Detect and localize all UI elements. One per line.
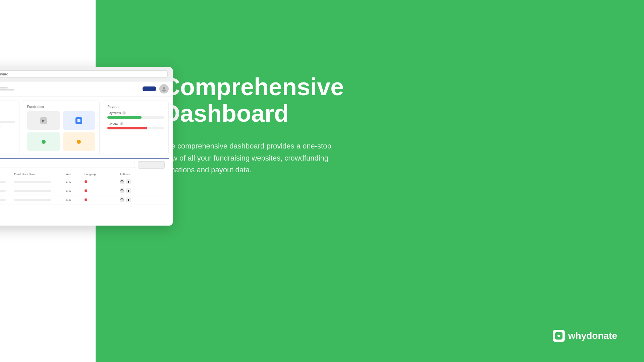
language-cell bbox=[85, 180, 118, 183]
flag-icon bbox=[85, 189, 87, 192]
amount-cell: $ 40 bbox=[66, 189, 83, 192]
balance-card: Balance $1500.00 bbox=[0, 101, 19, 155]
payouts-progress-bar bbox=[107, 127, 147, 129]
amount-cell: $ 40 bbox=[66, 198, 83, 201]
fundraiser-item-green bbox=[27, 132, 60, 151]
message-icon[interactable]: 💬 bbox=[120, 197, 124, 202]
col-fundraiser: Fundraiser Name bbox=[14, 173, 64, 176]
donor-cell bbox=[0, 199, 6, 201]
avatar-svg bbox=[161, 86, 167, 92]
bottom-logo: whydonate bbox=[553, 330, 617, 342]
green-dot-icon bbox=[42, 140, 46, 144]
fundraiser-item-blue: 📄 bbox=[63, 111, 96, 130]
orange-dot-icon bbox=[77, 140, 81, 144]
language-cell bbox=[85, 198, 118, 201]
browser-chrome: www.whydonate.eu/dashboard bbox=[0, 67, 173, 81]
nav-lines bbox=[0, 87, 14, 90]
table-row: $ 40 💬 ⬇ bbox=[0, 186, 169, 195]
message-icon[interactable]: 💬 bbox=[120, 188, 124, 193]
browser-mockup: www.whydonate.eu/dashboard bbox=[0, 67, 173, 226]
right-content: Comprehensive Dashboard The comprehensiv… bbox=[163, 74, 347, 176]
table-header: Date Donor Fundraiser Name Amt Language … bbox=[0, 171, 169, 177]
balance-line-4 bbox=[0, 126, 1, 127]
flag-icon bbox=[85, 198, 87, 201]
col-amount: Amt bbox=[66, 173, 83, 176]
doc-icon: ▶ bbox=[40, 117, 47, 124]
language-cell bbox=[85, 189, 118, 192]
action-icons: 💬 ⬇ bbox=[120, 188, 143, 193]
table-container: Date Donor Fundraiser Name Amt Language … bbox=[0, 171, 173, 220]
col-actions: Actions bbox=[120, 173, 143, 176]
nav-line-1 bbox=[0, 87, 8, 88]
balance-lines bbox=[0, 119, 15, 127]
action-icons: 💬 ⬇ bbox=[120, 197, 143, 202]
payments-info-icon: i bbox=[122, 111, 126, 115]
balance-line-2 bbox=[0, 121, 15, 123]
col-language: Language bbox=[85, 173, 118, 176]
fundraiser-title: Fundraiser bbox=[27, 105, 96, 109]
browser-url-bar: www.whydonate.eu/dashboard bbox=[0, 70, 168, 78]
main-area: whydonate bbox=[0, 81, 173, 226]
logo-icon bbox=[553, 330, 565, 342]
main-heading: Comprehensive Dashboard bbox=[163, 74, 347, 127]
flag-icon bbox=[85, 180, 87, 183]
payout-card: Payout Payments i bbox=[103, 101, 169, 155]
svg-point-0 bbox=[163, 87, 165, 89]
payouts-info-icon: i bbox=[120, 122, 123, 125]
fundraiser-item-gray: ▶ bbox=[27, 111, 60, 130]
col-donor: Donor bbox=[0, 173, 12, 176]
main-description: The comprehensive dashboard provides a o… bbox=[163, 140, 347, 176]
table-row: $ 40 💬 ⬇ bbox=[0, 177, 169, 186]
payout-content: Payments i Payouts bbox=[107, 111, 164, 129]
payouts-row: Payouts i bbox=[107, 122, 164, 129]
payments-progress-bg bbox=[107, 116, 164, 119]
table-row: $ 40 💬 ⬇ bbox=[0, 195, 169, 204]
fundraiser-card: Fundraiser ▶ 📄 bbox=[23, 101, 100, 155]
right-green-section: www.whydonate.eu/dashboard bbox=[96, 0, 644, 362]
search-input[interactable] bbox=[0, 162, 135, 168]
amount-cell: $ 40 bbox=[66, 180, 83, 183]
logo-icon-svg bbox=[555, 332, 562, 340]
payouts-progress-bg bbox=[107, 127, 164, 129]
pagination-area bbox=[0, 220, 173, 226]
doc-blue-icon: 📄 bbox=[75, 117, 82, 124]
dashboard-layout: whydonate bbox=[0, 81, 173, 226]
fundraiser-item-orange bbox=[63, 132, 96, 151]
svg-point-1 bbox=[162, 89, 166, 92]
download-icon[interactable]: ⬇ bbox=[126, 188, 131, 193]
donor-cell bbox=[0, 190, 6, 192]
donor-cell bbox=[0, 181, 6, 183]
fundraiser-cell bbox=[14, 199, 51, 201]
payments-progress-bar bbox=[107, 116, 142, 119]
cards-area: Balance $1500.00 Fundraiser bbox=[0, 97, 173, 158]
nav-line-2 bbox=[0, 89, 14, 90]
message-icon[interactable]: 💬 bbox=[120, 179, 124, 184]
nav-button[interactable] bbox=[143, 86, 156, 91]
download-icon[interactable]: ⬇ bbox=[126, 179, 131, 184]
balance-title: Balance bbox=[0, 105, 15, 109]
fundraiser-cell bbox=[14, 190, 51, 192]
payout-title: Payout bbox=[107, 105, 164, 109]
bottom-logo-text: whydonate bbox=[568, 330, 617, 341]
download-icon[interactable]: ⬇ bbox=[126, 197, 131, 202]
action-icons: 💬 ⬇ bbox=[120, 179, 143, 184]
payments-label: Payments i bbox=[107, 111, 164, 115]
filter-row bbox=[0, 158, 169, 171]
dashboard-nav: whydonate bbox=[0, 81, 173, 97]
avatar bbox=[159, 84, 169, 94]
fundraiser-cell bbox=[14, 181, 51, 183]
payments-row: Payments i bbox=[107, 111, 164, 119]
fundraiser-grid: ▶ 📄 bbox=[27, 111, 96, 151]
balance-amount: $1500.00 bbox=[0, 110, 15, 116]
export-button[interactable] bbox=[138, 161, 165, 169]
payouts-label: Payouts i bbox=[107, 122, 164, 125]
